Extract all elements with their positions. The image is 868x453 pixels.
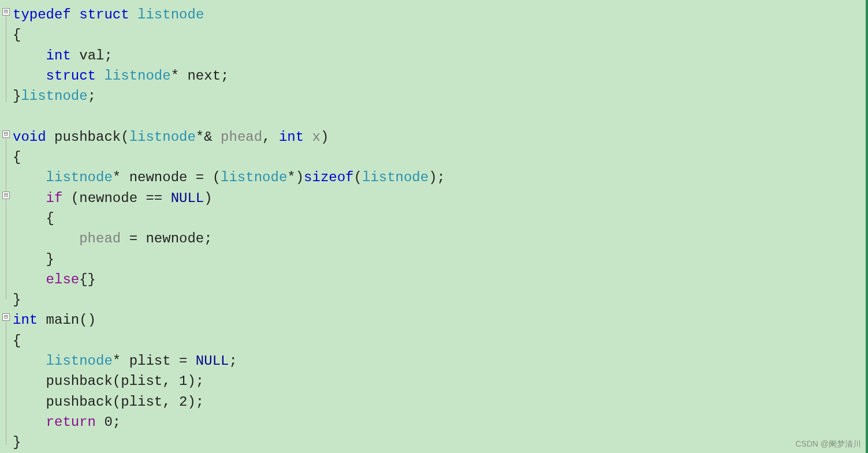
code-line: return 0; [13, 414, 121, 430]
fold-toggle[interactable]: ⊟ [2, 192, 10, 199]
code-editor: ⊟ ⊟ ⊟ ⊟ typedef struct listnode { int va… [0, 0, 868, 453]
right-border [866, 0, 868, 453]
code-line: phead = newnode; [13, 231, 213, 246]
code-line: listnode* newnode = (listnode*)sizeof(li… [13, 170, 445, 185]
fold-toggle[interactable]: ⊟ [2, 8, 10, 16]
code-line: } [13, 252, 54, 267]
fold-line [6, 16, 6, 102]
code-area[interactable]: typedef struct listnode { int val; struc… [13, 0, 868, 453]
code-line: { [13, 27, 21, 43]
fold-line [6, 321, 6, 445]
code-line: pushback(plist, 2); [13, 394, 204, 410]
code-line: struct listnode* next; [13, 68, 229, 84]
fold-line [6, 138, 6, 299]
code-line: if (newnode == NULL) [13, 190, 213, 206]
code-line: int main() [13, 312, 96, 328]
code-line: } [13, 292, 21, 308]
fold-gutter: ⊟ ⊟ ⊟ ⊟ [0, 0, 13, 453]
code-line: listnode* plist = NULL; [13, 353, 237, 369]
code-line: else{} [13, 272, 96, 287]
code-line: typedef struct listnode [13, 7, 204, 23]
code-line: pushback(plist, 1); [13, 373, 204, 389]
fold-toggle[interactable]: ⊟ [2, 130, 10, 138]
code-line: { [13, 211, 54, 226]
code-line: }listnode; [13, 88, 96, 104]
code-line: int val; [13, 48, 113, 63]
code-line: { [13, 333, 21, 349]
code-line: { [13, 149, 21, 165]
fold-toggle[interactable]: ⊟ [2, 313, 10, 321]
watermark: CSDN @阑梦清川 [795, 439, 861, 450]
code-line: void pushback(listnode*& phead, int x) [13, 129, 329, 145]
code-line: } [13, 435, 21, 450]
